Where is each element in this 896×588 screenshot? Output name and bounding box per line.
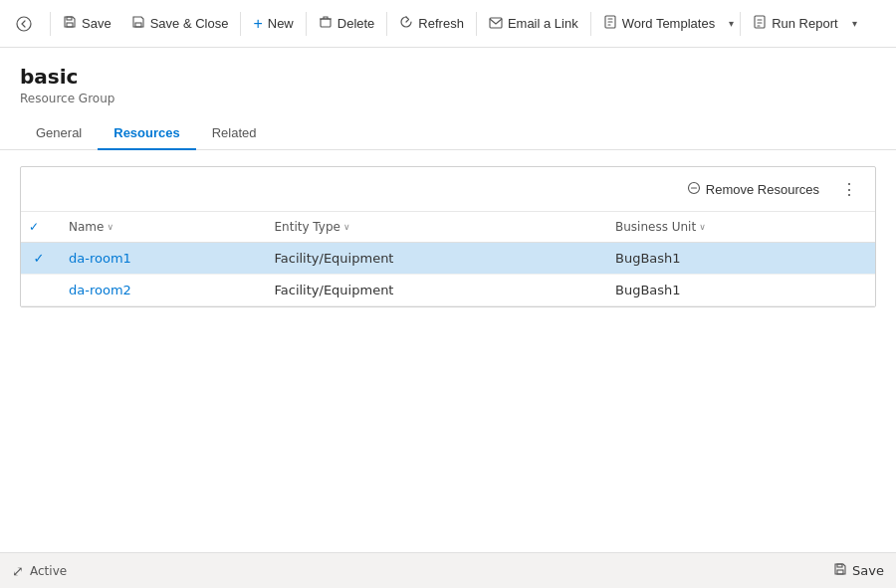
svg-rect-2 — [67, 17, 72, 20]
svg-rect-10 — [837, 564, 842, 567]
status-save-button[interactable]: Save — [833, 562, 884, 579]
save-button[interactable]: Save — [53, 10, 121, 37]
status-label: Active — [30, 564, 67, 578]
save-close-button[interactable]: Save & Close — [121, 10, 239, 37]
row-checkbox-1[interactable] — [21, 275, 57, 306]
row-entity-type-1: Facility/Equipment — [263, 275, 604, 306]
table-row[interactable]: ✓da-room1Facility/EquipmentBugBash1 — [21, 243, 875, 275]
page-subtitle: Resource Group — [20, 92, 876, 105]
resize-icon: ⤢ — [12, 563, 24, 579]
delete-button[interactable]: Delete — [309, 10, 385, 37]
save-close-icon — [131, 15, 145, 32]
status-left: ⤢ Active — [12, 563, 67, 579]
save-close-label: Save & Close — [150, 16, 229, 31]
delete-label: Delete — [337, 16, 375, 31]
email-icon — [489, 16, 503, 32]
new-icon: + — [253, 15, 262, 33]
toolbar-divider-5 — [476, 12, 477, 36]
row-entity-type-0: Facility/Equipment — [263, 243, 604, 275]
save-label: Save — [82, 16, 112, 31]
toolbar-divider-1 — [50, 12, 51, 36]
select-all-header[interactable]: ✓ — [21, 212, 57, 243]
toolbar-divider-4 — [386, 12, 387, 36]
column-header-entity-type[interactable]: Entity Type ∨ — [263, 212, 604, 243]
refresh-button[interactable]: Refresh — [389, 10, 474, 37]
check-mark: ✓ — [34, 251, 45, 266]
remove-resources-label: Remove Resources — [706, 182, 819, 197]
back-button[interactable] — [8, 8, 40, 40]
table-row[interactable]: da-room2Facility/EquipmentBugBash1 — [21, 275, 875, 306]
toolbar-divider-3 — [306, 12, 307, 36]
row-checkbox-0[interactable]: ✓ — [21, 243, 57, 275]
svg-rect-3 — [135, 23, 141, 27]
resource-table-section: Remove Resources ⋮ ✓ Name ∨ — [20, 166, 876, 307]
row-business-unit-0: BugBash1 — [603, 243, 875, 275]
toolbar-divider-7 — [740, 12, 741, 36]
business-unit-sort-icon: ∨ — [699, 222, 706, 232]
remove-resources-button[interactable]: Remove Resources — [679, 177, 827, 202]
name-sort-icon: ∨ — [107, 222, 113, 232]
row-name-link-0[interactable]: da-room1 — [69, 251, 131, 266]
table-toolbar: Remove Resources ⋮ — [21, 167, 875, 212]
tab-resources[interactable]: Resources — [98, 117, 195, 150]
email-link-label: Email a Link — [508, 16, 578, 31]
word-templates-button[interactable]: Word Templates — [593, 10, 725, 37]
tab-content-resources: Remove Resources ⋮ ✓ Name ∨ — [0, 150, 896, 552]
svg-rect-4 — [321, 19, 331, 27]
word-templates-arrow[interactable]: ▾ — [725, 13, 738, 34]
row-name-0[interactable]: da-room1 — [57, 243, 263, 275]
main-content: basic Resource Group General Resources R… — [0, 48, 896, 552]
svg-rect-9 — [837, 570, 843, 574]
more-actions-button[interactable]: ⋮ — [835, 175, 863, 203]
tabs: General Resources Related — [0, 109, 896, 150]
save-icon — [63, 15, 77, 32]
run-report-group: Run Report ▾ — [743, 10, 860, 37]
page-title: basic — [20, 64, 876, 90]
new-label: New — [268, 16, 294, 31]
entity-type-sort-icon: ∨ — [343, 222, 350, 232]
word-templates-label: Word Templates — [622, 16, 715, 31]
tab-related[interactable]: Related — [196, 117, 273, 150]
toolbar-divider-6 — [590, 12, 591, 36]
toolbar: Save Save & Close + New Delete Refresh E… — [0, 0, 896, 48]
remove-resources-icon — [687, 181, 701, 198]
word-templates-group: Word Templates ▾ — [593, 10, 738, 37]
resources-table: ✓ Name ∨ Entity Type ∨ — [21, 212, 875, 306]
row-business-unit-1: BugBash1 — [603, 275, 875, 306]
row-name-1[interactable]: da-room2 — [57, 275, 263, 306]
delete-icon — [319, 15, 333, 32]
svg-point-0 — [17, 17, 31, 31]
svg-rect-1 — [67, 23, 73, 27]
word-templates-icon — [603, 15, 617, 32]
page-header: basic Resource Group — [0, 48, 896, 109]
run-report-label: Run Report — [772, 16, 837, 31]
run-report-icon — [753, 15, 767, 32]
status-bar: ⤢ Active Save — [0, 552, 896, 588]
tab-general[interactable]: General — [20, 117, 98, 150]
column-header-name[interactable]: Name ∨ — [57, 212, 263, 243]
status-save-label: Save — [852, 563, 884, 578]
run-report-arrow[interactable]: ▾ — [848, 13, 861, 34]
refresh-label: Refresh — [418, 16, 464, 31]
run-report-button[interactable]: Run Report — [743, 10, 847, 37]
status-save-icon — [833, 562, 847, 579]
email-link-button[interactable]: Email a Link — [479, 11, 588, 37]
toolbar-divider-2 — [240, 12, 241, 36]
column-header-business-unit[interactable]: Business Unit ∨ — [603, 212, 875, 243]
new-button[interactable]: + New — [243, 10, 303, 38]
table-header-row: ✓ Name ∨ Entity Type ∨ — [21, 212, 875, 243]
row-name-link-1[interactable]: da-room2 — [69, 283, 131, 297]
svg-rect-5 — [490, 18, 502, 28]
refresh-icon — [399, 15, 413, 32]
